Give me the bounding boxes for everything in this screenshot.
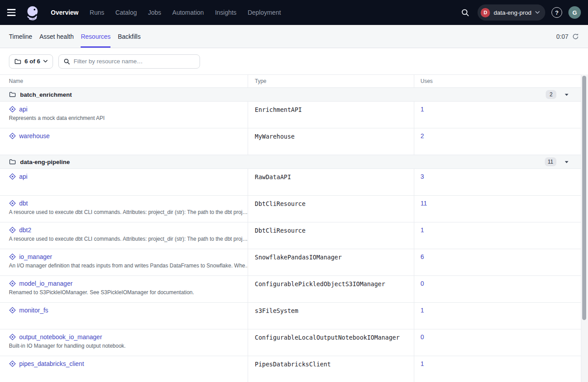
- tab-asset-health[interactable]: Asset health: [39, 25, 74, 48]
- resource-uses-link[interactable]: 0: [421, 280, 424, 287]
- resource-type: SnowflakePandasIOManager: [248, 249, 414, 275]
- resource-icon: [9, 360, 16, 367]
- resource-icon: [9, 307, 16, 314]
- table-row: pipes_databricks_client PipesDatabricksC…: [0, 356, 581, 382]
- chevron-down-icon: [43, 60, 48, 63]
- deployment-initial-badge: D: [481, 8, 490, 17]
- resource-name-link[interactable]: model_io_manager: [19, 280, 73, 287]
- dagster-logo[interactable]: [24, 5, 40, 21]
- search-icon: [64, 58, 70, 65]
- resource-uses-link[interactable]: 1: [421, 226, 424, 234]
- resource-name-link[interactable]: dbt2: [19, 226, 31, 234]
- table-row: output_notebook_io_manager Built-in IO M…: [0, 329, 581, 356]
- resource-uses-link[interactable]: 6: [421, 253, 424, 260]
- resource-uses-link[interactable]: 2: [421, 132, 424, 140]
- collapse-caret-icon[interactable]: [564, 93, 569, 97]
- resource-search-input[interactable]: [74, 58, 195, 65]
- column-header-name: Name: [0, 75, 248, 87]
- resource-icon: [9, 333, 16, 341]
- resource-description: Built-in IO Manager for handling output …: [9, 343, 248, 349]
- filter-bar: 6 of 6: [0, 48, 588, 74]
- resource-description: A resource used to execute dbt CLI comma…: [9, 209, 248, 215]
- nav-item-jobs[interactable]: Jobs: [148, 9, 161, 16]
- resource-type: ConfigurablePickledObjectS3IOManager: [248, 276, 414, 302]
- table-row: model_io_manager Renamed to S3PickleIOMa…: [0, 276, 581, 303]
- main-nav: Overview Runs Catalog Jobs Automation In…: [51, 9, 281, 16]
- refresh-icon[interactable]: [572, 33, 579, 40]
- resource-icon: [9, 173, 16, 180]
- column-header-uses: Uses: [414, 75, 581, 87]
- resource-uses-link[interactable]: 1: [421, 360, 424, 367]
- resource-icon: [9, 226, 16, 234]
- resource-icon: [9, 106, 16, 113]
- resource-uses-link[interactable]: 0: [421, 333, 424, 341]
- resource-type: MyWarehouse: [248, 128, 414, 155]
- tab-backfills[interactable]: Backfills: [118, 25, 140, 48]
- code-location-filter-label: 6 of 6: [24, 58, 40, 65]
- resource-type: PipesDatabricksClient: [248, 356, 414, 382]
- nav-item-overview[interactable]: Overview: [51, 9, 78, 16]
- nav-item-catalog[interactable]: Catalog: [115, 9, 137, 16]
- tab-resources[interactable]: Resources: [81, 25, 110, 48]
- resource-name-link[interactable]: io_manager: [19, 253, 52, 260]
- table-header: Name Type Uses: [0, 75, 581, 88]
- group-name: data-eng-pipeline: [20, 159, 70, 165]
- user-avatar[interactable]: G: [568, 6, 581, 19]
- help-icon[interactable]: ?: [551, 7, 562, 18]
- overview-tabbar: Timeline Asset health Resources Backfill…: [0, 25, 588, 48]
- deployment-name: data-eng-prod: [494, 9, 531, 16]
- resource-type: EnrichmentAPI: [248, 102, 414, 128]
- nav-item-runs[interactable]: Runs: [90, 9, 104, 16]
- resource-name-link[interactable]: pipes_databricks_client: [19, 360, 84, 367]
- table-row: api RawDataAPI 3: [0, 169, 581, 196]
- table-row: dbt A resource used to execute dbt CLI c…: [0, 196, 581, 222]
- resource-description: An I/O manager definition that reads inp…: [9, 263, 248, 269]
- deployment-switcher[interactable]: D data-eng-prod: [478, 4, 545, 21]
- resource-description: Represents a mock data enrichment API: [9, 115, 248, 121]
- resource-name-link[interactable]: output_notebook_io_manager: [19, 333, 102, 341]
- resource-type: RawDataAPI: [248, 169, 414, 195]
- resource-icon: [9, 253, 16, 260]
- table-row: dbt2 A resource used to execute dbt CLI …: [0, 222, 581, 249]
- resource-uses-link[interactable]: 3: [421, 173, 424, 180]
- resource-type: ConfigurableLocalOutputNotebookIOManager: [248, 329, 414, 356]
- resource-search-box: [58, 54, 200, 69]
- resource-uses-link[interactable]: 1: [421, 106, 424, 113]
- search-icon[interactable]: [459, 6, 471, 19]
- nav-item-deployment[interactable]: Deployment: [248, 9, 281, 16]
- nav-item-automation[interactable]: Automation: [172, 9, 204, 16]
- table-row: warehouse MyWarehouse 2: [0, 128, 581, 155]
- top-navbar: Overview Runs Catalog Jobs Automation In…: [0, 0, 588, 25]
- table-row: io_manager An I/O manager definition tha…: [0, 249, 581, 276]
- group-count-badge: 11: [545, 157, 556, 166]
- column-header-type: Type: [248, 75, 414, 87]
- resource-description: A resource used to execute dbt CLI comma…: [9, 236, 248, 242]
- folder-icon: [9, 91, 16, 98]
- resource-name-link[interactable]: api: [19, 106, 28, 113]
- chevron-down-icon: [535, 11, 540, 14]
- resource-icon: [9, 280, 16, 287]
- group-row-batch-enrichment[interactable]: batch_enrichment 2: [0, 88, 581, 102]
- folder-icon: [9, 158, 16, 165]
- nav-item-insights[interactable]: Insights: [215, 9, 237, 16]
- hamburger-menu-icon[interactable]: [7, 7, 19, 18]
- resource-type: s3FileSystem: [248, 303, 414, 329]
- code-location-filter-button[interactable]: 6 of 6: [9, 54, 53, 69]
- resource-name-link[interactable]: monitor_fs: [19, 307, 48, 314]
- resource-name-link[interactable]: dbt: [19, 200, 28, 207]
- group-row-data-eng-pipeline[interactable]: data-eng-pipeline 11: [0, 155, 581, 169]
- resource-uses-link[interactable]: 1: [421, 307, 424, 314]
- resource-uses-link[interactable]: 11: [421, 200, 427, 207]
- resources-table: Name Type Uses batch_enrichment 2 api Re…: [0, 74, 581, 382]
- scrollbar-thumb[interactable]: [582, 76, 586, 320]
- resource-icon: [9, 200, 16, 207]
- resource-name-link[interactable]: api: [19, 173, 28, 180]
- resource-icon: [9, 132, 16, 140]
- tab-timeline[interactable]: Timeline: [9, 25, 32, 48]
- table-row: api Represents a mock data enrichment AP…: [0, 102, 581, 128]
- group-count-badge: 2: [546, 90, 556, 99]
- collapse-caret-icon[interactable]: [564, 160, 569, 164]
- resource-name-link[interactable]: warehouse: [19, 132, 50, 140]
- resource-type: DbtCliResource: [248, 196, 414, 222]
- group-name: batch_enrichment: [20, 91, 72, 98]
